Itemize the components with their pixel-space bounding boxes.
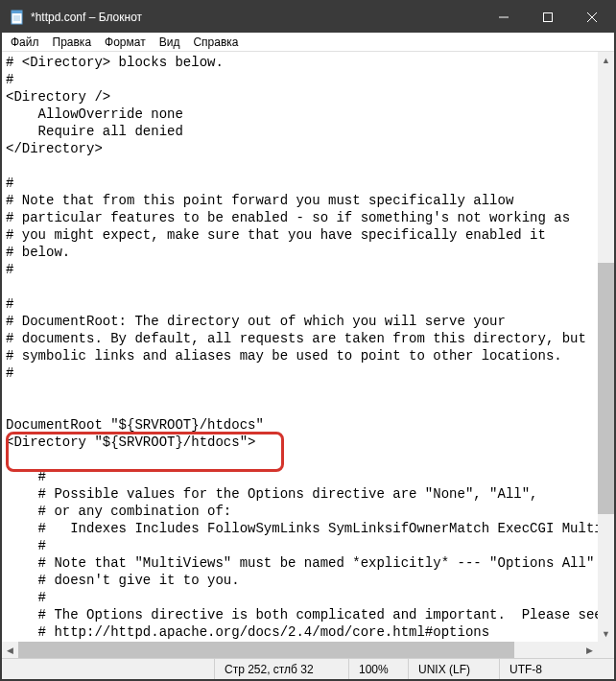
status-zoom: 100% (348, 659, 408, 679)
menu-view[interactable]: Вид (153, 35, 187, 50)
menu-file[interactable]: Файл (4, 35, 46, 50)
status-line-ending: UNIX (LF) (408, 659, 499, 679)
vertical-scroll-thumb[interactable] (598, 263, 614, 513)
vertical-scroll-track[interactable] (598, 68, 614, 625)
menu-edit[interactable]: Правка (46, 35, 99, 50)
scroll-corner (598, 642, 614, 658)
close-button[interactable] (570, 2, 614, 33)
maximize-button[interactable] (526, 2, 570, 33)
minimize-button[interactable] (482, 2, 526, 33)
svg-rect-1 (12, 11, 22, 13)
window-controls (482, 2, 614, 33)
horizontal-scroll-thumb[interactable] (18, 642, 514, 658)
text-editor[interactable]: # <Directory> blocks below. # <Directory… (2, 52, 598, 642)
scroll-right-button[interactable]: ▶ (581, 642, 598, 658)
editor-area: # <Directory> blocks below. # <Directory… (2, 52, 614, 658)
horizontal-scroll-track[interactable] (18, 642, 581, 658)
scroll-up-button[interactable]: ▲ (598, 52, 614, 68)
menu-format[interactable]: Формат (98, 35, 153, 50)
notepad-icon (10, 10, 25, 25)
scroll-down-button[interactable]: ▼ (598, 625, 614, 642)
status-encoding: UTF-8 (499, 659, 614, 679)
status-cursor-position: Стр 252, стлб 32 (214, 659, 348, 679)
svg-rect-6 (544, 13, 553, 22)
statusbar: Стр 252, стлб 32 100% UNIX (LF) UTF-8 (2, 658, 614, 679)
menubar: Файл Правка Формат Вид Справка (2, 33, 614, 52)
titlebar: *httpd.conf – Блокнот (2, 2, 614, 33)
horizontal-scrollbar[interactable]: ◀ ▶ (2, 642, 598, 658)
menu-help[interactable]: Справка (186, 35, 245, 50)
vertical-scrollbar[interactable]: ▲ ▼ (598, 52, 614, 642)
scroll-left-button[interactable]: ◀ (2, 642, 18, 658)
window-title: *httpd.conf – Блокнот (31, 11, 482, 24)
